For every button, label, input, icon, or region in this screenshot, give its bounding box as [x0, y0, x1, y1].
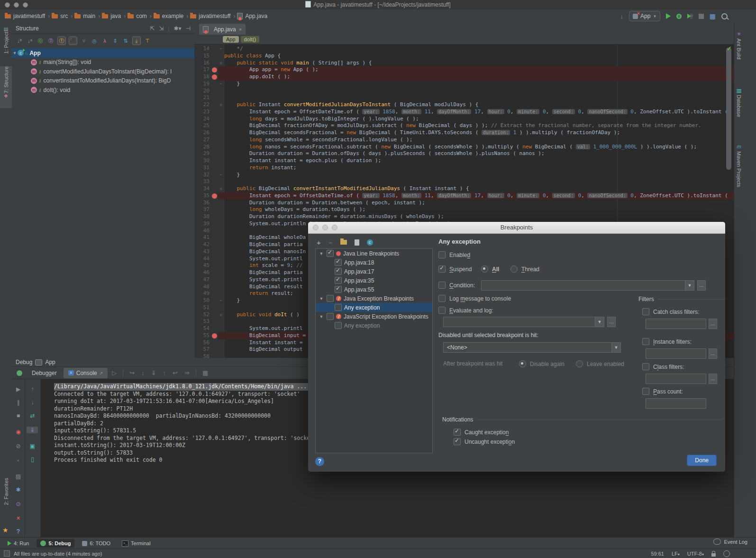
breakpoint-tree-row[interactable]: Any exception	[316, 321, 432, 330]
event-log-button[interactable]: Event Log	[713, 539, 747, 545]
toolwindow-button-todo[interactable]: 6: TODO	[78, 539, 114, 548]
breakpoint-gutter[interactable]	[211, 304, 218, 311]
catch-class-filters-checkbox[interactable]: Catch class filters:	[642, 308, 699, 315]
breakpoint-icon[interactable]	[212, 74, 217, 80]
hide-panel-icon[interactable]: ⊣	[186, 25, 191, 32]
breakpoint-gutter[interactable]	[211, 116, 218, 123]
show-non-public-icon[interactable]: ⬛	[69, 37, 77, 45]
suspend-all-radio[interactable]: All	[481, 265, 499, 273]
collapse-all-icon[interactable]: ⇲	[159, 25, 164, 32]
show-properties-icon[interactable]: ⓟ	[47, 37, 55, 45]
code-line[interactable]: 32⌐ }	[194, 172, 734, 179]
breakpoint-gutter[interactable]	[211, 248, 218, 256]
code-line[interactable]: 24 long days = modJulDays.toBigInteger (…	[194, 116, 734, 123]
add-breakpoint-icon[interactable]: +	[317, 238, 321, 247]
breadcrumb-item[interactable]: javatimestuff›	[5, 13, 50, 19]
breakpoint-gutter[interactable]	[211, 66, 218, 73]
catch-class-filters-input[interactable]	[646, 319, 706, 329]
breakpoint-checkbox[interactable]	[327, 313, 334, 320]
code-line[interactable]: 29 Duration duration = Duration.ofDays (…	[194, 150, 734, 157]
breakpoint-gutter[interactable]	[211, 284, 218, 291]
code-line[interactable]: 20	[194, 88, 734, 95]
breakpoint-checkbox[interactable]	[327, 295, 334, 302]
breadcrumb-method[interactable]: doIt()	[241, 36, 260, 43]
code-line[interactable]: 31 return instant;	[194, 165, 734, 172]
condition-checkbox[interactable]: Condition:	[438, 282, 475, 289]
coverage-button[interactable]	[687, 14, 692, 18]
evaluate-input[interactable]: ▼	[443, 317, 604, 327]
mute-breakpoints-icon[interactable]: ⊘	[12, 443, 25, 449]
show-fields-icon[interactable]: ⓕ	[57, 37, 66, 45]
suspend-checkbox[interactable]: Suspend	[438, 265, 472, 273]
scroll-to-end-icon[interactable]: ⇓	[27, 427, 38, 433]
breakpoint-gutter[interactable]	[211, 109, 218, 116]
breadcrumb-class[interactable]: App	[223, 36, 239, 43]
down-stack-icon[interactable]: ↓	[25, 399, 40, 406]
breakpoint-icon[interactable]	[212, 333, 217, 338]
toolwindow-button-favorites[interactable]: 2: Favorites	[0, 478, 12, 525]
instance-filters-checkbox[interactable]: Instance filters:	[642, 338, 692, 345]
autoscroll-to-source-icon[interactable]: ⤓	[132, 37, 141, 45]
restore-layout-icon[interactable]: ▤	[12, 473, 25, 480]
code-line[interactable]: 22⊟ public Instant convertModifiedJulian…	[194, 101, 734, 109]
encoding-selector[interactable]: UTF-8▾	[687, 551, 704, 557]
code-line[interactable]: 33	[194, 178, 734, 185]
code-line[interactable]: 15public class App {	[194, 53, 734, 60]
breadcrumb-item[interactable]: com›	[128, 13, 152, 19]
help-icon[interactable]: ?	[12, 528, 25, 535]
browse-instance-filters-button[interactable]: …	[709, 348, 717, 359]
code-line[interactable]: 26 BigDecimal secondsFractional = new Bi…	[194, 129, 734, 137]
vcs-update-icon[interactable]: ↓	[620, 13, 624, 20]
breakpoint-gutter[interactable]	[211, 73, 218, 81]
view-breakpoints-icon[interactable]: ◉	[12, 429, 25, 435]
breakpoint-gutter[interactable]	[211, 172, 218, 179]
up-stack-icon[interactable]: ↑	[25, 386, 40, 393]
code-line[interactable]: 16⊟ public static void main ( String[] a…	[194, 60, 734, 67]
breakpoint-gutter[interactable]	[211, 318, 218, 325]
structure-root-row[interactable]: ▼c⌂App	[12, 48, 194, 58]
breakpoint-checkbox[interactable]	[335, 322, 342, 329]
breakpoint-gutter[interactable]	[211, 353, 218, 358]
soft-wrap-icon[interactable]: ⇄	[25, 412, 40, 419]
editor-scrollbar[interactable]	[726, 47, 731, 170]
pass-count-input[interactable]	[646, 398, 706, 409]
chevron-down-icon[interactable]: ▼	[685, 281, 694, 290]
code-line[interactable]: 17 App app = new App ( );	[194, 66, 734, 73]
suspend-thread-radio[interactable]: Thread	[510, 265, 539, 273]
autoscroll-from-source-icon[interactable]: ⊤	[144, 37, 151, 45]
toolwindow-button-maven-projects[interactable]: mMaven Projects	[736, 144, 742, 187]
instance-filters-input[interactable]	[646, 348, 706, 359]
breakpoint-gutter[interactable]	[211, 241, 218, 248]
debug-button[interactable]	[676, 14, 682, 19]
breadcrumb-item[interactable]: javatimestuff›	[190, 13, 235, 19]
breakpoint-gutter[interactable]	[211, 185, 218, 192]
code-line[interactable]: 27 long secondsWhole = secondsFractional…	[194, 137, 734, 144]
run-button[interactable]	[666, 13, 671, 19]
code-line[interactable]: 21	[194, 94, 734, 101]
breakpoint-gutter[interactable]	[211, 94, 218, 101]
tool-windows-icon[interactable]: ▦	[710, 12, 716, 20]
structure-item-row[interactable]: m⚷doIt(): void	[12, 85, 194, 95]
hector-inspector-icon[interactable]	[723, 550, 730, 557]
breadcrumb-item[interactable]: src›	[52, 13, 73, 19]
code-line[interactable]: 14⌐ */	[194, 46, 734, 53]
close-icon[interactable]: ×	[12, 515, 25, 521]
breakpoint-gutter[interactable]	[211, 81, 218, 88]
gear-icon[interactable]: ✱▾	[173, 25, 181, 32]
code-line[interactable]: 23 Instant epoch = OffsetDateTime.of ( y…	[194, 109, 734, 116]
breakpoint-checkbox[interactable]	[335, 286, 342, 293]
toolwindow-button-project[interactable]: ▤ 1: Project	[0, 27, 12, 60]
breakpoint-tree-row[interactable]: App.java:55	[316, 285, 432, 294]
log-message-checkbox[interactable]: Log message to console	[438, 295, 511, 302]
editor-tab-appjava[interactable]: App.java ×	[199, 24, 246, 35]
breakpoint-gutter[interactable]	[211, 290, 218, 297]
fold-marker-icon[interactable]: ⊟	[218, 311, 224, 319]
show-lambdas-icon[interactable]: λ	[101, 37, 109, 45]
expand-arrow-icon[interactable]: ▼	[319, 296, 324, 301]
breakpoint-gutter[interactable]	[211, 144, 218, 151]
expand-all-icon[interactable]: ⇱	[150, 25, 155, 32]
breakpoint-tree-row[interactable]: Any exception	[316, 303, 432, 312]
breakpoint-gutter[interactable]	[211, 234, 218, 241]
breadcrumb-item[interactable]: java›	[102, 13, 126, 19]
chevron-down-icon[interactable]: ▼	[611, 343, 620, 352]
